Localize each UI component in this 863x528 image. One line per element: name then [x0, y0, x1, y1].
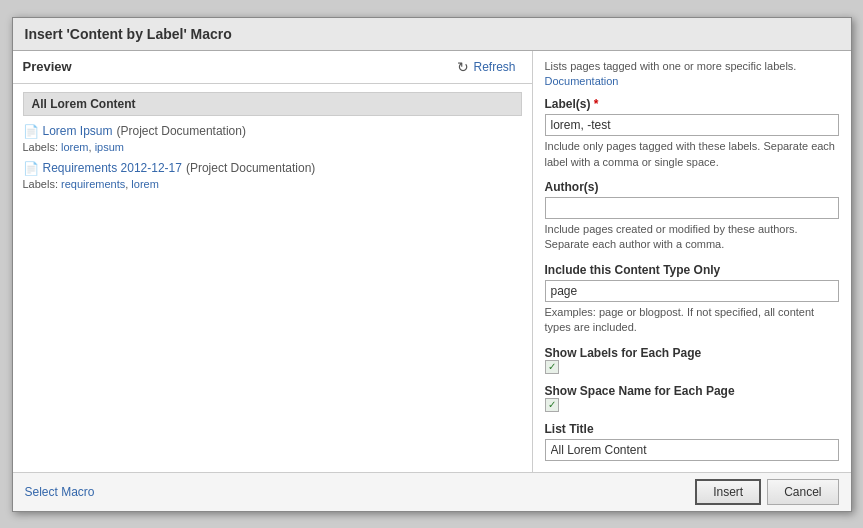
- item-space-1: (Project Documentation): [117, 124, 246, 138]
- show-labels-label: Show Labels for Each Page: [545, 346, 839, 360]
- show-space-checkbox-wrapper[interactable]: ✓: [545, 398, 839, 412]
- item-link-2[interactable]: Requirements 2012-12-17: [43, 161, 182, 175]
- show-space-checkbox[interactable]: ✓: [545, 398, 559, 412]
- content-type-form-group: Include this Content Type Only Examples:…: [545, 263, 839, 336]
- content-type-hint: Examples: page or blogpost. If not speci…: [545, 305, 839, 336]
- labels-label: Label(s) *: [545, 97, 839, 111]
- label-link-ipsum[interactable]: ipsum: [95, 141, 124, 153]
- dialog-title: Insert 'Content by Label' Macro: [13, 18, 851, 51]
- page-icon-2: 📄: [23, 161, 39, 176]
- right-panel: Lists pages tagged with one or more spec…: [533, 51, 851, 472]
- preview-header: Preview ↻ Refresh: [13, 51, 532, 84]
- show-labels-checkbox-wrapper[interactable]: ✓: [545, 360, 839, 374]
- labels-hint: Include only pages tagged with these lab…: [545, 139, 839, 170]
- labels-form-group: Label(s) * Include only pages tagged wit…: [545, 97, 839, 170]
- show-labels-checkbox[interactable]: ✓: [545, 360, 559, 374]
- dialog: Insert 'Content by Label' Macro Preview …: [12, 17, 852, 512]
- show-space-group: Show Space Name for Each Page ✓: [545, 384, 839, 412]
- preview-label: Preview: [23, 59, 72, 74]
- list-title-label: List Title: [545, 422, 839, 436]
- preview-section-title: All Lorem Content: [23, 92, 522, 116]
- content-type-input[interactable]: [545, 280, 839, 302]
- authors-input[interactable]: [545, 197, 839, 219]
- dialog-body: Preview ↻ Refresh All Lorem Content 📄 Lo…: [13, 51, 851, 511]
- list-item: 📄 Requirements 2012-12-17 (Project Docum…: [23, 161, 522, 190]
- authors-label: Author(s): [545, 180, 839, 194]
- list-title-input[interactable]: [545, 439, 839, 461]
- checkmark-icon-2: ✓: [548, 399, 556, 410]
- label-link-lorem-1[interactable]: lorem: [61, 141, 89, 153]
- label-link-lorem-2[interactable]: lorem: [131, 178, 159, 190]
- preview-scroll-area[interactable]: All Lorem Content 📄 Lorem Ipsum (Project…: [13, 84, 532, 472]
- checkmark-icon: ✓: [548, 361, 556, 372]
- dialog-footer: Select Macro Insert Cancel: [13, 472, 851, 511]
- labels-input[interactable]: [545, 114, 839, 136]
- item-title-row: 📄 Lorem Ipsum (Project Documentation): [23, 124, 522, 139]
- left-panel: Preview ↻ Refresh All Lorem Content 📄 Lo…: [13, 51, 533, 472]
- item-link-1[interactable]: Lorem Ipsum: [43, 124, 113, 138]
- footer-buttons: Insert Cancel: [695, 479, 838, 505]
- refresh-button[interactable]: ↻ Refresh: [451, 57, 521, 77]
- item-title-row-2: 📄 Requirements 2012-12-17 (Project Docum…: [23, 161, 522, 176]
- insert-button[interactable]: Insert: [695, 479, 761, 505]
- authors-hint: Include pages created or modified by the…: [545, 222, 839, 253]
- item-labels-2: Labels: requirements, lorem: [23, 178, 522, 190]
- item-labels-1: Labels: lorem, ipsum: [23, 141, 522, 153]
- dialog-content: Preview ↻ Refresh All Lorem Content 📄 Lo…: [13, 51, 851, 472]
- label-link-requirements[interactable]: requirements: [61, 178, 125, 190]
- content-type-label: Include this Content Type Only: [545, 263, 839, 277]
- item-space-2: (Project Documentation): [186, 161, 315, 175]
- required-marker: *: [594, 97, 599, 111]
- cancel-button[interactable]: Cancel: [767, 479, 838, 505]
- refresh-label: Refresh: [473, 60, 515, 74]
- select-macro-link[interactable]: Select Macro: [25, 485, 95, 499]
- list-title-form-group: List Title: [545, 422, 839, 461]
- authors-form-group: Author(s) Include pages created or modif…: [545, 180, 839, 253]
- list-item: 📄 Lorem Ipsum (Project Documentation) La…: [23, 124, 522, 153]
- refresh-icon: ↻: [457, 59, 469, 75]
- documentation-link[interactable]: Documentation: [545, 75, 619, 87]
- page-icon-1: 📄: [23, 124, 39, 139]
- top-description: Lists pages tagged with one or more spec…: [545, 59, 839, 90]
- show-space-label: Show Space Name for Each Page: [545, 384, 839, 398]
- show-labels-group: Show Labels for Each Page ✓: [545, 346, 839, 374]
